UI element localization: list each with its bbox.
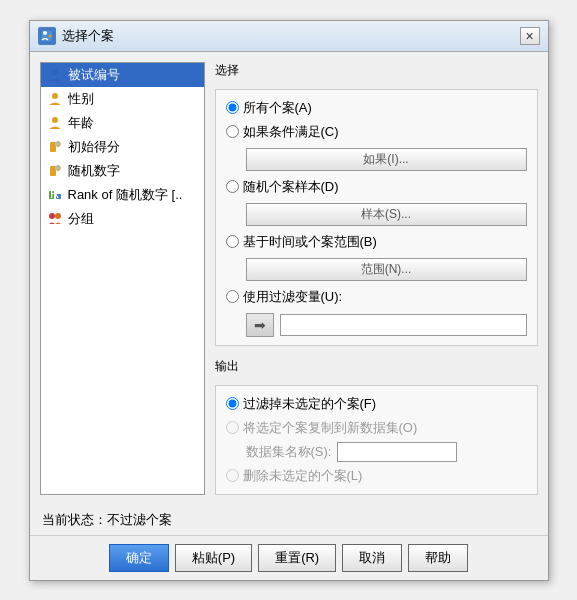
svg-point-1 <box>43 31 47 35</box>
output-group: 过滤掉未选定的个案(F) 将选定个案复制到新数据集(O) 数据集名称(S): 删… <box>215 385 538 495</box>
radio-delete[interactable] <box>226 469 239 482</box>
reset-button[interactable]: 重置(R) <box>258 544 336 572</box>
arrow-button[interactable]: ➡ <box>246 313 274 337</box>
pencil-icon <box>47 163 63 179</box>
dataset-label: 数据集名称(S): <box>246 443 332 461</box>
person-yellow-icon <box>47 91 63 107</box>
radio-row-all[interactable]: 所有个案(A) <box>226 99 527 117</box>
list-item-rank[interactable]: RRank of 随机数字 [.. <box>41 183 204 207</box>
bottom-bar: 确定 粘贴(P) 重置(R) 取消 帮助 <box>30 535 548 580</box>
radio-all[interactable] <box>226 101 239 114</box>
titlebar-left: 选择个案 <box>38 27 114 45</box>
radio-row-filter[interactable]: 使用过滤变量(U): <box>226 288 527 306</box>
list-item-group[interactable]: 分组 <box>41 207 204 231</box>
dataset-name-input[interactable] <box>337 442 457 462</box>
range-button[interactable]: 范围(N)... <box>246 258 527 281</box>
svg-text:R: R <box>50 187 59 201</box>
svg-point-3 <box>52 69 58 75</box>
label-all: 所有个案(A) <box>243 99 312 117</box>
list-item-random-num[interactable]: 随机数字 <box>41 159 204 183</box>
pencil-icon <box>47 139 63 155</box>
radio-copy[interactable] <box>226 421 239 434</box>
radio-row-copy: 将选定个案复制到新数据集(O) <box>226 419 527 437</box>
dialog-body: 被试编号性别年龄初始得分随机数字RRank of 随机数字 [..分组 选择 所… <box>30 52 548 505</box>
select-cases-dialog: 选择个案 × 被试编号性别年龄初始得分随机数字RRank of 随机数字 [..… <box>29 20 549 581</box>
label-time: 基于时间或个案范围(B) <box>243 233 377 251</box>
radio-filter[interactable] <box>226 290 239 303</box>
svg-point-2 <box>48 34 51 37</box>
radio-row-random[interactable]: 随机个案样本(D) <box>226 178 527 196</box>
dataset-row: 数据集名称(S): <box>246 442 527 462</box>
label-delete: 删除未选定的个案(L) <box>243 467 363 485</box>
label-random: 随机个案样本(D) <box>243 178 339 196</box>
status-text: 当前状态：不过滤个案 <box>42 512 172 527</box>
titlebar: 选择个案 × <box>30 21 548 52</box>
svg-point-15 <box>49 213 55 219</box>
label-filter-out: 过滤掉未选定的个案(F) <box>243 395 377 413</box>
label-copy: 将选定个案复制到新数据集(O) <box>243 419 418 437</box>
right-panel: 选择 所有个案(A) 如果条件满足(C) 如果(I)... 随机个案样本(D) <box>215 62 538 495</box>
ok-button[interactable]: 确定 <box>109 544 169 572</box>
list-item-age[interactable]: 年龄 <box>41 111 204 135</box>
sample-button[interactable]: 样本(S)... <box>246 203 527 226</box>
status-bar: 当前状态：不过滤个案 <box>30 505 548 535</box>
list-item-label: 性别 <box>68 90 94 108</box>
list-item-label: 年龄 <box>68 114 94 132</box>
paste-button[interactable]: 粘贴(P) <box>175 544 252 572</box>
list-item-label: 被试编号 <box>68 66 120 84</box>
radio-time[interactable] <box>226 235 239 248</box>
filter-row: ➡ <box>246 313 527 337</box>
selection-group: 所有个案(A) 如果条件满足(C) 如果(I)... 随机个案样本(D) 样本(… <box>215 89 538 346</box>
radio-row-time[interactable]: 基于时间或个案范围(B) <box>226 233 527 251</box>
list-item-subject-id[interactable]: 被试编号 <box>41 63 204 87</box>
svg-point-4 <box>52 93 58 99</box>
radio-random[interactable] <box>226 180 239 193</box>
list-item-label: Rank of 随机数字 [.. <box>68 186 183 204</box>
close-button[interactable]: × <box>520 27 540 45</box>
svg-point-16 <box>55 213 61 219</box>
list-item-label: 分组 <box>68 210 94 228</box>
list-item-gender[interactable]: 性别 <box>41 87 204 111</box>
list-item-label: 初始得分 <box>68 138 120 156</box>
list-item-label: 随机数字 <box>68 162 120 180</box>
variable-list: 被试编号性别年龄初始得分随机数字RRank of 随机数字 [..分组 <box>40 62 205 495</box>
person-blue-icon <box>47 67 63 83</box>
help-button[interactable]: 帮助 <box>408 544 468 572</box>
dialog-title: 选择个案 <box>62 27 114 45</box>
dialog-icon <box>38 27 56 45</box>
label-if: 如果条件满足(C) <box>243 123 339 141</box>
person-yellow-icon <box>47 115 63 131</box>
filter-var-input[interactable] <box>280 314 527 336</box>
radio-filter-out[interactable] <box>226 397 239 410</box>
radio-row-if[interactable]: 如果条件满足(C) <box>226 123 527 141</box>
radio-row-filter-out[interactable]: 过滤掉未选定的个案(F) <box>226 395 527 413</box>
selection-section-label: 选择 <box>215 62 538 79</box>
radio-row-delete: 删除未选定的个案(L) <box>226 467 527 485</box>
if-button[interactable]: 如果(I)... <box>246 148 527 171</box>
list-item-initial-score[interactable]: 初始得分 <box>41 135 204 159</box>
group-icon <box>47 211 63 227</box>
svg-point-5 <box>52 117 58 123</box>
radio-if[interactable] <box>226 125 239 138</box>
cancel-button[interactable]: 取消 <box>342 544 402 572</box>
output-section-label: 输出 <box>215 358 538 375</box>
label-filter: 使用过滤变量(U): <box>243 288 343 306</box>
rank-icon: R <box>47 187 63 203</box>
